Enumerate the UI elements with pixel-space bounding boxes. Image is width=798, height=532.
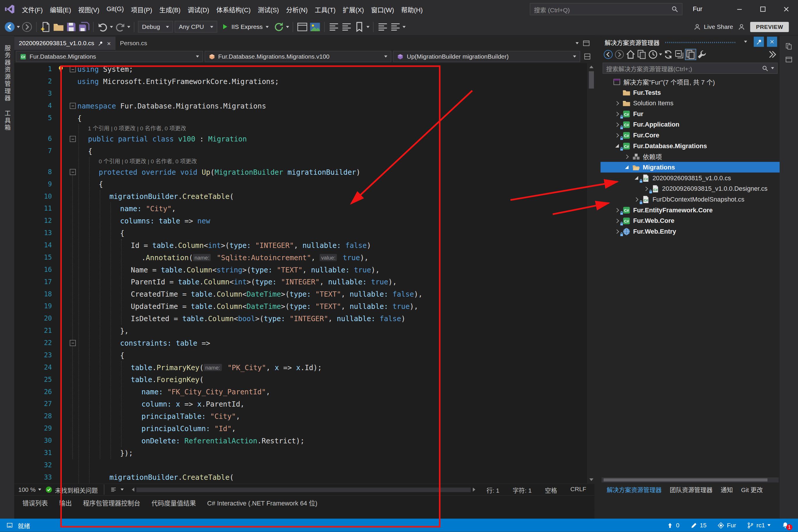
scroll-right-icon[interactable]	[473, 488, 475, 492]
code-line[interactable]: 1−using System;	[14, 63, 594, 75]
code-editor[interactable]: 1−using System;2using Microsoft.EntityFr…	[14, 63, 594, 483]
menu-item[interactable]: 文件(F)	[18, 2, 46, 16]
tree-expanded-arrow-icon[interactable]	[614, 144, 620, 148]
line-indicator[interactable]: 行: 1	[487, 485, 499, 494]
menu-item[interactable]: 工具(T)	[311, 2, 339, 16]
chevron-down-icon[interactable]	[771, 67, 774, 69]
code-line[interactable]: 17ParentId = table.Column<int>(type: "IN…	[14, 276, 594, 288]
sidebar-tab-server-explorer[interactable]: 服务器资源管理器	[3, 45, 12, 102]
code-line[interactable]: 8−protected override void Up(MigrationBu…	[14, 166, 594, 178]
bottom-panel-tab[interactable]: 输出	[54, 496, 77, 510]
bottom-panel-tab[interactable]: 代码度量值结果	[147, 496, 201, 510]
scroll-up-icon[interactable]	[589, 65, 593, 68]
tool-window-tab[interactable]: 团队资源管理器	[666, 483, 717, 496]
maximize-button[interactable]	[751, 0, 774, 18]
scroll-down-icon[interactable]	[589, 478, 593, 481]
tree-collapsed-arrow-icon[interactable]	[643, 187, 649, 190]
navigate-forward-button[interactable]	[21, 21, 32, 32]
pending-changes-filter-icon[interactable]	[648, 49, 658, 59]
tree-item[interactable]: C#Fur	[601, 109, 780, 119]
fold-collapse-icon[interactable]: −	[70, 66, 76, 72]
indent-button[interactable]	[341, 21, 352, 32]
fold-collapse-icon[interactable]: −	[70, 169, 76, 175]
preview-button[interactable]: PREVIEW	[750, 22, 789, 32]
code-line[interactable]: 10migrationBuilder.CreateTable(	[14, 190, 594, 203]
code-line[interactable]: 20IsDeleted = table.Column<bool>(type: "…	[14, 312, 594, 325]
bookmark-button[interactable]	[354, 21, 365, 32]
code-line[interactable]: 12columns: table => new	[14, 215, 594, 227]
menu-item[interactable]: 测试(S)	[254, 2, 282, 16]
tool-window-tab[interactable]: 通知	[717, 483, 737, 496]
codelens-row[interactable]: 0 个引用 | 0 项更改 | 0 名作者, 0 项更改	[14, 157, 594, 166]
explorer-horizontal-scrollbar[interactable]	[602, 477, 778, 482]
tree-item[interactable]: Solution Items	[601, 98, 780, 109]
bottom-panel-tab[interactable]: 程序包管理器控制台	[78, 496, 145, 510]
code-line[interactable]: 3	[14, 88, 594, 100]
tree-item[interactable]: C#20200926093815_v1.0.0.cs	[601, 173, 780, 184]
editor-horizontal-scrollbar[interactable]	[132, 487, 475, 492]
code-line[interactable]: 18CreatedTime = table.Column<DateTime>(t…	[14, 288, 594, 300]
solution-search-box[interactable]: 搜索解决方案资源管理器(Ctrl+;)	[603, 63, 778, 74]
tree-expanded-arrow-icon[interactable]	[624, 165, 629, 169]
tree-item[interactable]: Fur.Tests	[601, 87, 780, 98]
code-line[interactable]: 5{	[14, 112, 594, 124]
home-icon[interactable]	[625, 49, 635, 59]
tree-collapsed-arrow-icon[interactable]	[614, 112, 620, 115]
tree-item[interactable]: Fur.Web.Entry	[601, 226, 780, 237]
save-all-button[interactable]	[78, 21, 90, 32]
new-file-button[interactable]	[40, 21, 51, 32]
tree-item[interactable]: C#20200926093815_v1.0.0.Designer.cs	[601, 183, 780, 194]
breadcrumb-dropdown[interactable]: Up(MigrationBuilder migrationBuilder)	[393, 51, 581, 62]
uncomment-button[interactable]	[390, 21, 401, 32]
code-line[interactable]: 2using Microsoft.EntityFrameworkCore.Mig…	[14, 75, 594, 88]
undo-caret-icon[interactable]	[110, 26, 113, 28]
tree-item[interactable]: 依赖项	[601, 151, 780, 162]
code-line[interactable]: 22−constraints: table =>	[14, 337, 594, 349]
panel-splitter[interactable]	[594, 36, 601, 518]
pin-panel-button[interactable]	[754, 37, 764, 47]
tree-collapsed-arrow-icon[interactable]	[633, 198, 639, 201]
undo-button[interactable]	[97, 21, 108, 32]
tool-window-tab[interactable]: Git 更改	[737, 483, 767, 496]
live-share-button[interactable]: Live Share	[694, 23, 733, 30]
code-line[interactable]: 16Name = table.Column<string>(type: "TEX…	[14, 264, 594, 276]
code-window-button[interactable]	[297, 21, 308, 32]
zoom-control[interactable]: 100 %	[18, 486, 41, 493]
fold-collapse-icon[interactable]: −	[70, 103, 76, 109]
menu-item[interactable]: 帮助(H)	[398, 2, 426, 16]
code-line[interactable]: 19UpdatedTime = table.Column<DateTime>(t…	[14, 300, 594, 312]
code-line[interactable]: 31});	[14, 447, 594, 459]
docked-panel-icon-top[interactable]	[785, 43, 792, 50]
tree-item[interactable]: C#Fur.Application	[601, 119, 780, 130]
collapse-all-icon[interactable]	[674, 49, 685, 59]
panel-drag-grip[interactable]	[665, 40, 736, 43]
scrollbar-thumb[interactable]	[604, 478, 767, 481]
close-button[interactable]	[775, 0, 798, 18]
menu-item[interactable]: 项目(P)	[128, 2, 156, 16]
chevron-down-icon[interactable]	[121, 489, 124, 491]
fold-collapse-icon[interactable]: −	[70, 136, 76, 142]
back-history-caret-icon[interactable]	[17, 26, 20, 28]
tree-collapsed-arrow-icon[interactable]	[614, 123, 620, 126]
toolbar-overflow-icon[interactable]	[767, 49, 777, 59]
start-debugging-button[interactable]: IIS Express	[219, 23, 272, 30]
switch-views-icon[interactable]	[637, 49, 647, 59]
close-panel-button[interactable]	[767, 37, 777, 47]
chevron-down-icon[interactable]	[659, 53, 662, 55]
comment-button[interactable]	[377, 21, 388, 32]
code-line[interactable]: 23{	[14, 349, 594, 361]
tree-collapsed-arrow-icon[interactable]	[614, 134, 620, 136]
tree-collapsed-arrow-icon[interactable]	[624, 155, 629, 158]
menu-item[interactable]: 编辑(E)	[46, 2, 75, 16]
solution-explorer-header[interactable]: 解决方案资源管理器	[601, 36, 780, 48]
menu-item[interactable]: 调试(D)	[184, 2, 213, 16]
menu-item[interactable]: 视图(V)	[75, 2, 103, 16]
code-line[interactable]: 33migrationBuilder.CreateTable(	[14, 471, 594, 483]
column-indicator[interactable]: 字符: 1	[513, 485, 532, 494]
quick-search-box[interactable]: 搜索 (Ctrl+Q)	[530, 3, 683, 15]
diff-margin-icon[interactable]	[111, 487, 117, 493]
menu-item[interactable]: 扩展(X)	[339, 2, 367, 16]
lightbulb-icon[interactable]	[57, 65, 64, 73]
outline-button[interactable]	[328, 21, 340, 32]
code-line[interactable]: 32	[14, 459, 594, 471]
